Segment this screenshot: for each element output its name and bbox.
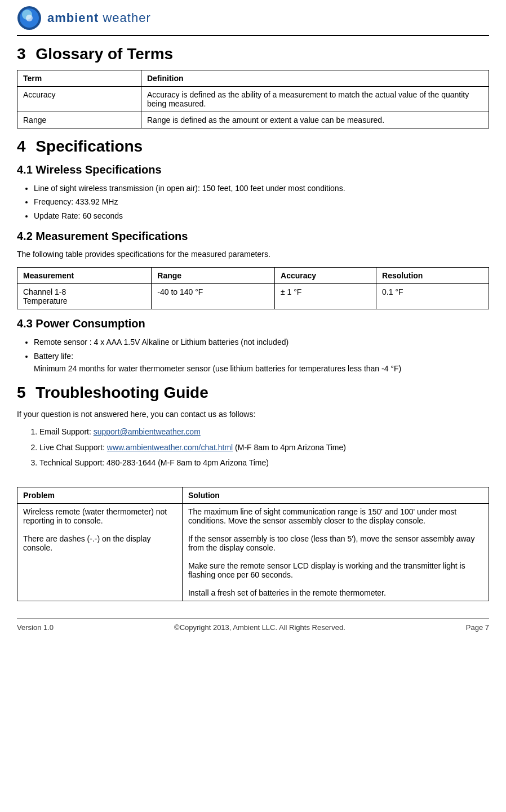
glossary-definition: Accuracy is defined as the ability of a …	[141, 87, 489, 112]
footer-page: Page 7	[466, 623, 489, 632]
support-link[interactable]: www.ambientweather.com/chat.html	[107, 443, 233, 452]
section42-title: 4.2 Measurement Specifications	[17, 230, 489, 243]
section43-title: 4.3 Power Consumption	[17, 317, 489, 330]
trouble-solution: The maximum line of sight communication …	[182, 503, 489, 601]
glossary-row: AccuracyAccuracy is defined as the abili…	[17, 87, 489, 112]
footer-version: Version 1.0	[17, 623, 54, 632]
troubleshoot-intro: If your question is not answered here, y…	[17, 409, 489, 420]
svg-point-3	[26, 15, 33, 21]
glossary-col-term: Term	[17, 70, 141, 87]
glossary-col-definition: Definition	[141, 70, 489, 87]
measurement-table: MeasurementRangeAccuracyResolution Chann…	[17, 267, 489, 309]
trouble-problem: Wireless remote (water thermometer) not …	[17, 503, 183, 601]
power-bullet: Battery life: Minimum 24 months for wate…	[34, 350, 489, 375]
wireless-bullet: Frequency: 433.92 MHz	[34, 196, 489, 208]
power-specs-list: Remote sensor : 4 x AAA 1.5V Alkaline or…	[34, 336, 489, 375]
logo-icon	[17, 6, 42, 30]
measurement-row: Channel 1-8 Temperature-40 to 140 °F± 1 …	[17, 284, 489, 309]
power-bullet: Remote sensor : 4 x AAA 1.5V Alkaline or…	[34, 336, 489, 348]
wireless-bullet: Update Rate: 60 seconds	[34, 210, 489, 222]
glossary-row: RangeRange is defined as the amount or e…	[17, 112, 489, 128]
wireless-specs-list: Line of sight wireless transmission (in …	[34, 182, 489, 222]
support-list: Email Support: support@ambientweather.co…	[39, 425, 489, 470]
measurement-intro: The following table provides specificati…	[17, 249, 489, 260]
section3-title: 3 Glossary of Terms	[17, 45, 489, 63]
support-item: Technical Support: 480-283-1644 (M-F 8am…	[39, 456, 489, 470]
page-footer: Version 1.0 ©Copyright 2013, Ambient LLC…	[17, 618, 489, 632]
section4-title: 4 Specifications	[17, 137, 489, 156]
glossary-table: Term Definition AccuracyAccuracy is defi…	[17, 70, 489, 128]
page-header: ambient weather	[17, 6, 489, 36]
wireless-bullet: Line of sight wireless transmission (in …	[34, 182, 489, 194]
trouble-col-problem: Problem	[17, 487, 183, 503]
glossary-definition: Range is defined as the amount or extent…	[141, 112, 489, 128]
glossary-term: Accuracy	[17, 87, 141, 112]
support-item: Email Support: support@ambientweather.co…	[39, 425, 489, 439]
troubleshoot-table: Problem Solution Wireless remote (water …	[17, 487, 489, 601]
support-link[interactable]: support@ambientweather.com	[94, 427, 201, 436]
trouble-col-solution: Solution	[182, 487, 489, 503]
section41-title: 4.1 Wireless Specifications	[17, 163, 489, 176]
trouble-row: Wireless remote (water thermometer) not …	[17, 503, 489, 601]
support-item: Live Chat Support: www.ambientweather.co…	[39, 441, 489, 455]
glossary-term: Range	[17, 112, 141, 128]
footer-copyright: ©Copyright 2013, Ambient LLC. All Rights…	[174, 623, 345, 632]
brand-name: ambient weather	[47, 11, 151, 25]
section5-title: 5 Troubleshooting Guide	[17, 384, 489, 402]
